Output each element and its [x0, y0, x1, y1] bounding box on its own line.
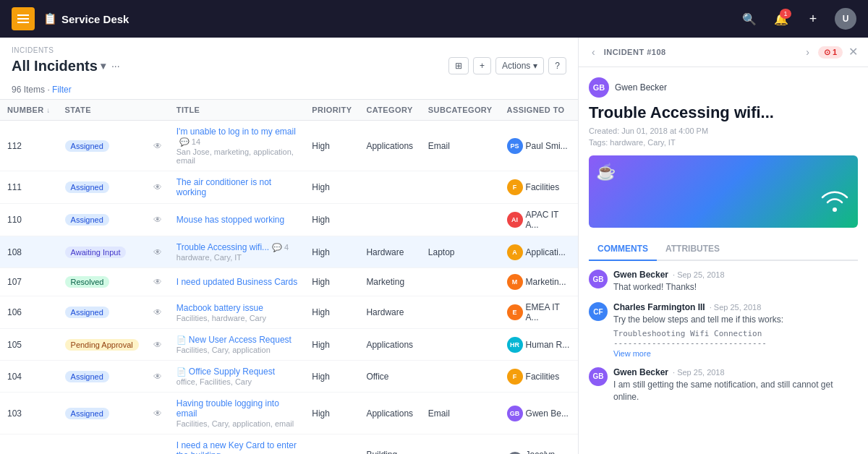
- logo-text: Service Desk: [61, 13, 129, 25]
- search-button[interactable]: 🔍: [739, 9, 760, 29]
- cell-subcategory: Email: [421, 121, 500, 171]
- search-icon: 🔍: [742, 12, 757, 26]
- cell-state: Assigned: [58, 393, 146, 434]
- assignee-avatar: HR: [507, 337, 523, 353]
- cell-number: 106: [0, 296, 58, 329]
- cell-title: I need updated Business Cards: [169, 268, 305, 296]
- incident-title-link[interactable]: New User Access Request: [189, 335, 292, 345]
- eye-icon[interactable]: 👁: [153, 215, 162, 225]
- add-button[interactable]: +: [803, 9, 823, 29]
- cell-title: I'm unable to log in to my email💬 14 San…: [169, 121, 305, 171]
- notifications-button[interactable]: 🔔 1: [771, 9, 791, 29]
- comment-count: 💬 4: [272, 243, 289, 252]
- table-row[interactable]: 108 Awaiting Input 👁 Trouble Accessing w…: [0, 236, 578, 268]
- incident-title-link[interactable]: The air conditioner is not working: [176, 177, 271, 197]
- tab-attributes[interactable]: ATTRIBUTES: [657, 238, 728, 261]
- comment: GB Gwen Becker · Sep 25, 2018 That worke…: [589, 270, 858, 294]
- assignee-avatar: M: [507, 274, 523, 290]
- more-options-button[interactable]: ···: [111, 60, 120, 72]
- cell-state: Assigned: [58, 121, 146, 171]
- next-incident-button[interactable]: ›: [803, 45, 812, 59]
- sort-icon: ↓: [46, 106, 50, 114]
- table-row[interactable]: 103 Assigned 👁 Having trouble logging in…: [0, 393, 578, 434]
- table-row[interactable]: 107 Resolved 👁 I need updated Business C…: [0, 268, 578, 296]
- cell-number: 111: [0, 171, 58, 204]
- tab-comments[interactable]: COMMENTS: [589, 238, 657, 261]
- cell-state: Assigned: [58, 296, 146, 329]
- comments-section: GB Gwen Becker · Sep 25, 2018 That worke…: [589, 270, 858, 403]
- hamburger-button[interactable]: [12, 7, 35, 30]
- nav-logo: 📋 Service Desk: [43, 12, 129, 25]
- cell-priority: High: [305, 204, 359, 236]
- eye-icon[interactable]: 👁: [153, 182, 162, 192]
- panel-header: INCIDENTS All Incidents ▾ ··· ⊞ + Action…: [0, 38, 578, 100]
- cell-subcategory: [421, 329, 500, 361]
- close-panel-button[interactable]: ✕: [848, 46, 858, 58]
- assignee-name: Jocelyn D...: [526, 450, 571, 455]
- table-body: 112 Assigned 👁 I'm unable to log in to m…: [0, 121, 578, 455]
- items-count: 96 Items: [12, 85, 45, 95]
- assignee-name: Paul Smi...: [526, 141, 568, 151]
- cell-category: Office: [359, 361, 420, 393]
- cell-assignee: A Applicati...: [500, 236, 578, 268]
- table-row[interactable]: 102 On Hold 👁 I need a new Key Card to e…: [0, 434, 578, 455]
- cell-priority: High: [305, 171, 359, 204]
- cell-title: 📄 New User Access Request Facilities, Ca…: [169, 329, 305, 361]
- prev-incident-button[interactable]: ‹: [589, 45, 598, 59]
- add-incident-button[interactable]: +: [473, 57, 491, 74]
- incident-title-link[interactable]: Having trouble logging into email: [176, 398, 279, 419]
- table-row[interactable]: 110 Assigned 👁 Mouse has stopped working…: [0, 204, 578, 236]
- incident-title-link[interactable]: I need a new Key Card to enter the build…: [176, 440, 297, 454]
- right-panel: ‹ INCIDENT #108 › ⊙ 1 ✕ GB Gwen Becker T…: [579, 38, 868, 454]
- incident-title-link[interactable]: Trouble Accessing wifi...: [176, 242, 269, 252]
- eye-icon[interactable]: 👁: [153, 340, 162, 350]
- cell-priority: High: [305, 236, 359, 268]
- right-content: GB Gwen Becker Trouble Accessing wifi...…: [579, 67, 868, 454]
- eye-icon[interactable]: 👁: [153, 141, 162, 151]
- table-row[interactable]: 104 Assigned 👁 📄 Office Supply Request o…: [0, 361, 578, 393]
- comment-date: · Sep 25, 2018: [710, 303, 762, 312]
- view-toggle-button[interactable]: ⊞: [448, 57, 469, 74]
- cell-state: Resolved: [58, 268, 146, 296]
- view-more-link[interactable]: View more: [613, 349, 651, 358]
- assignee-cell: PS Paul Smi...: [507, 138, 571, 154]
- eye-icon[interactable]: 👁: [153, 408, 162, 419]
- incident-title-link[interactable]: I'm unable to log in to my email: [176, 127, 296, 137]
- table-row[interactable]: 112 Assigned 👁 I'm unable to log in to m…: [0, 121, 578, 171]
- eye-icon[interactable]: 👁: [153, 277, 162, 287]
- alert-count: 1: [833, 48, 837, 56]
- actions-button[interactable]: Actions ▾: [495, 57, 544, 74]
- user-avatar[interactable]: U: [835, 8, 856, 30]
- incident-title-link[interactable]: Office Supply Request: [189, 367, 275, 377]
- comment-body: Gwen Becker · Sep 25, 2018 That worked! …: [613, 270, 858, 294]
- title-cell-content: 📄 New User Access Request: [176, 335, 297, 345]
- filter-link[interactable]: Filter: [52, 85, 72, 95]
- eye-icon[interactable]: 👁: [153, 372, 162, 382]
- incident-title-link[interactable]: Mouse has stopped working: [176, 215, 284, 225]
- table-row[interactable]: 106 Assigned 👁 Macbook battery issue Fac…: [0, 296, 578, 329]
- state-badge: Assigned: [65, 408, 109, 419]
- cell-subcategory: Email: [421, 393, 500, 434]
- eye-icon[interactable]: 👁: [153, 307, 162, 317]
- cell-eye: 👁: [146, 121, 169, 171]
- title-cell-content: Mouse has stopped working: [176, 215, 297, 225]
- cell-subcategory: [421, 171, 500, 204]
- cell-priority: High: [305, 393, 359, 434]
- nav-left: 📋 Service Desk: [12, 7, 129, 30]
- title-chevron-icon[interactable]: ▾: [101, 60, 106, 72]
- help-button[interactable]: ?: [548, 57, 566, 74]
- user-initials: U: [843, 14, 849, 24]
- cell-title: I need a new Key Card to enter the build…: [169, 434, 305, 455]
- title-cell-content: I need updated Business Cards: [176, 277, 297, 287]
- comment-text: I am still getting the same notification…: [613, 379, 858, 403]
- incidents-table-container: NUMBER ↓ STATE TITLE PRIORITY CATeGoRY S…: [0, 100, 578, 454]
- incident-title-link[interactable]: I need updated Business Cards: [176, 277, 297, 287]
- table-row[interactable]: 111 Assigned 👁 The air conditioner is no…: [0, 171, 578, 204]
- table-row[interactable]: 105 Pending Approval 👁 📄 New User Access…: [0, 329, 578, 361]
- incident-title-link[interactable]: Macbook battery issue: [176, 303, 263, 313]
- assignee-cell: F Facilities: [507, 369, 571, 385]
- eye-icon[interactable]: 👁: [153, 247, 162, 257]
- col-subcategory: SUBCATEGORY: [421, 100, 500, 121]
- assignee-cell: JD Jocelyn D...: [507, 450, 571, 455]
- incident-user-row: GB Gwen Becker: [589, 77, 858, 98]
